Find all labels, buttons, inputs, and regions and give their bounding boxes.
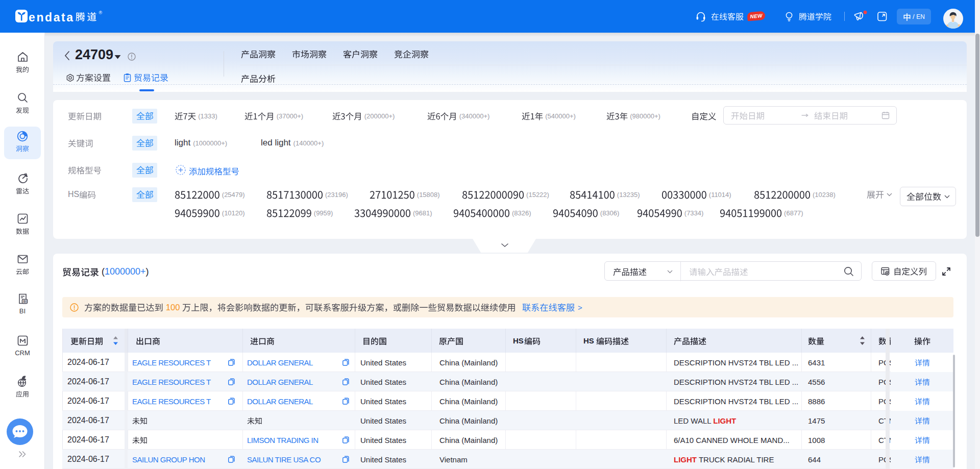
svg-text:BI: BI bbox=[23, 300, 27, 303]
